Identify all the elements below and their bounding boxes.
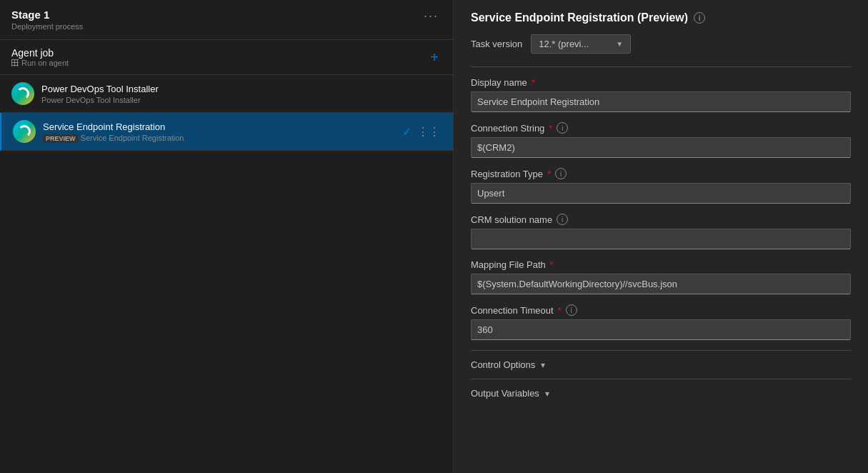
connection-timeout-input[interactable] (471, 319, 851, 340)
output-variables-label: Output Variables (471, 388, 539, 399)
stage-header: Stage 1 Deployment process ··· (0, 0, 453, 40)
task-version-row: Task version 12.* (previ... ▼ (471, 34, 851, 54)
task-selected-icons: ✓ ⋮⋮ (402, 125, 442, 139)
display-name-field: Display name * (471, 77, 851, 112)
add-task-button[interactable]: + (427, 49, 442, 66)
stage-title: Stage 1 (11, 9, 83, 21)
agent-job-sub: Run on agent (11, 59, 69, 67)
display-name-required: * (532, 77, 535, 88)
registration-type-label: Registration Type * i (471, 168, 851, 179)
task-version-value: 12.* (previ... (539, 39, 610, 49)
task-item-power-devops[interactable]: Power DevOps Tool Installer Power DevOps… (0, 75, 453, 113)
control-options-header[interactable]: Control Options ▾ (471, 359, 851, 370)
task-menu-button[interactable]: ⋮⋮ (416, 125, 442, 139)
power-devops-sub: Power DevOps Tool Installer (41, 96, 442, 104)
chevron-down-icon: ▼ (616, 40, 623, 48)
control-options-chevron-icon: ▾ (541, 360, 545, 370)
output-variables-section: Output Variables ▾ (471, 379, 851, 407)
crm-solution-name-info-icon[interactable]: i (557, 214, 568, 225)
crm-solution-name-label: CRM solution name i (471, 214, 851, 225)
service-endpoint-text: Service Endpoint Registration PREVIEW Se… (43, 121, 395, 142)
task-version-dropdown[interactable]: 12.* (previ... ▼ (531, 34, 631, 54)
panel-title-text: Service Endpoint Registration (Preview) (471, 11, 688, 24)
power-devops-name: Power DevOps Tool Installer (41, 84, 442, 94)
preview-badge: PREVIEW (43, 134, 79, 143)
connection-string-input[interactable] (471, 137, 851, 158)
registration-type-input[interactable] (471, 183, 851, 204)
divider (471, 66, 851, 67)
service-endpoint-name: Service Endpoint Registration (43, 121, 395, 132)
display-name-input[interactable] (471, 91, 851, 112)
mapping-file-path-field: Mapping File Path * (471, 259, 851, 294)
grid-icon (11, 59, 19, 66)
power-devops-icon (11, 82, 34, 105)
mapping-file-path-input[interactable] (471, 274, 851, 294)
registration-type-info-icon[interactable]: i (555, 168, 567, 179)
crm-solution-name-input[interactable] (471, 229, 851, 249)
connection-string-field: Connection String * i (471, 122, 851, 158)
connection-string-label: Connection String * i (471, 122, 851, 134)
stage-menu-button[interactable]: ··· (421, 9, 442, 24)
task-version-label: Task version (471, 39, 522, 49)
agent-job-info: Agent job Run on agent (11, 47, 69, 67)
left-panel: Stage 1 Deployment process ··· Agent job… (0, 0, 454, 473)
agent-job-left: Agent job Run on agent (11, 47, 69, 67)
connection-string-required: * (549, 123, 552, 134)
control-options-section: Control Options ▾ (471, 350, 851, 379)
connection-timeout-info-icon[interactable]: i (566, 304, 577, 316)
display-name-label: Display name * (471, 77, 851, 88)
power-devops-text: Power DevOps Tool Installer Power DevOps… (41, 84, 442, 104)
agent-job-title: Agent job (11, 47, 69, 59)
panel-title-row: Service Endpoint Registration (Preview) … (471, 11, 851, 24)
mapping-file-path-required: * (550, 259, 554, 270)
connection-timeout-required: * (558, 305, 562, 316)
task-check-icon: ✓ (402, 125, 411, 139)
output-variables-chevron-icon: ▾ (545, 389, 549, 399)
stage-info: Stage 1 Deployment process (11, 9, 83, 31)
service-endpoint-icon-inner (18, 125, 31, 138)
crm-solution-name-field: CRM solution name i (471, 214, 851, 249)
stage-subtitle: Deployment process (11, 22, 83, 31)
registration-type-field: Registration Type * i (471, 168, 851, 204)
task-item-service-endpoint[interactable]: Service Endpoint Registration PREVIEW Se… (0, 113, 453, 151)
connection-timeout-field: Connection Timeout * i (471, 304, 851, 340)
connection-timeout-label: Connection Timeout * i (471, 304, 851, 316)
output-variables-header[interactable]: Output Variables ▾ (471, 388, 851, 399)
service-endpoint-icon (13, 120, 36, 143)
panel-title-info-icon[interactable]: i (694, 12, 705, 24)
power-devops-icon-inner (16, 87, 29, 100)
mapping-file-path-label: Mapping File Path * (471, 259, 851, 270)
connection-string-info-icon[interactable]: i (557, 122, 568, 134)
registration-type-required: * (547, 169, 551, 179)
control-options-label: Control Options (471, 359, 535, 370)
right-panel: Service Endpoint Registration (Preview) … (454, 0, 868, 473)
service-endpoint-sub: PREVIEW Service Endpoint Registration (43, 134, 395, 142)
agent-job-row: Agent job Run on agent + (0, 40, 453, 75)
